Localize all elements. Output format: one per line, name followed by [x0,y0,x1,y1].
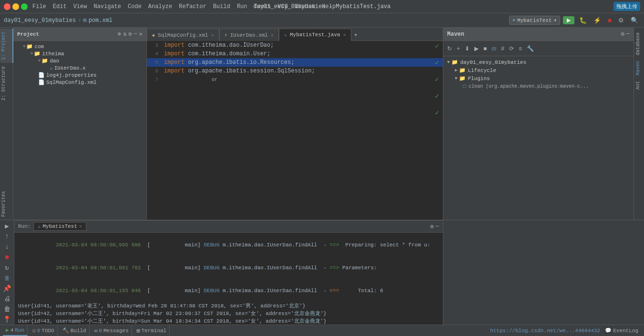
minimize-window-icon[interactable] [12,3,19,10]
messages-label: Messages [103,328,129,334]
run-stop-btn[interactable]: ■ [1,252,13,262]
menu-edit[interactable]: Edit [53,3,67,10]
java-file-icon: ☕ [50,65,53,71]
run-minimize-icon[interactable]: — [436,223,439,230]
tree-item-dao[interactable]: ▼ 📁 dao [13,57,146,64]
window-title: day01_eesy_01mybaties - MybatisTest.java [253,3,390,10]
maven-item-lifecycle[interactable]: ► 📁 Lifecycle [443,66,634,74]
tree-item-itheima[interactable]: ▼ 📁 itheima [13,50,146,57]
menu-code[interactable]: Code [128,3,142,10]
prop-file-icon: 📄 [38,72,45,78]
breadcrumb-project[interactable]: day01_eesy_01mybaties [4,17,76,24]
sidebar-tab-database[interactable]: database [634,30,644,58]
maven-hash-btn[interactable]: # [499,44,506,53]
maven-list-btn[interactable]: ≡ [517,44,524,53]
tab-close-mybatistest[interactable]: ✕ [343,32,346,38]
tab-sqlmapconfig[interactable]: ◈ SqlMapConfig.xml ✕ [147,29,219,41]
bottom-build-btn[interactable]: 🔨 Build [60,325,90,336]
upload-label[interactable]: 拖拽上传 [613,2,640,11]
title-bar: File Edit View Navigate Code Analyze Ref… [0,0,644,13]
menu-run[interactable]: Run [237,3,247,10]
run-down-btn[interactable]: ↓ [1,242,13,252]
settings-button[interactable]: ⚙ [616,16,626,25]
project-panel-close-icon[interactable]: ✕ [139,31,143,38]
sidebar-tab-favorites[interactable]: Favorites [0,188,13,220]
project-panel-minimize-icon[interactable]: — [134,31,137,38]
maven-m-btn[interactable]: m [490,44,498,53]
tab-mybatistest[interactable]: ☕ MybatisTest.java ✕ [279,29,351,41]
editor-right-marks: ✓ ✓ ✓ ✓ ✓ [435,41,439,117]
maven-item-root[interactable]: ▼ 📁 day01_eesy_01mybaties [443,58,634,66]
tree-item-com[interactable]: ▼ 📁 com [13,43,146,50]
debug-button[interactable]: 🐛 [577,16,589,25]
tab-close-sqlmapconfig[interactable]: ✕ [211,32,214,38]
maven-item-clean-plugin[interactable]: ⬡ clean (org.apache.maven.plugins:maven-… [443,82,634,90]
maven-wrench-btn[interactable]: 🔧 [525,44,536,53]
run-up-btn[interactable]: ↑ [1,232,13,242]
run-label-bottom: Run [15,327,24,333]
tab-iuserdao-xml[interactable]: ⚡ IUserDao.xml ✕ [219,29,279,41]
run-tab-mybatistest[interactable]: ☕ MybatisTest ✕ [33,222,86,231]
maven-close-icon[interactable]: — [626,31,630,38]
bottom-run-btn[interactable]: ▶ 4 Run [3,325,28,336]
bottom-terminal-btn[interactable]: ▤ Terminal [134,325,170,336]
project-panel-sort-icon[interactable]: ⇅ [123,31,126,38]
sidebar-tab-project[interactable]: 1: Project [0,29,13,63]
run-play-btn[interactable]: ▶ [1,221,13,231]
breadcrumb-file[interactable]: pom.xml [89,17,112,24]
menu-analyze[interactable]: Analyze [148,3,172,10]
run-trash-btn[interactable]: 🗑 [1,304,13,314]
maven-add-btn[interactable]: + [455,44,462,53]
coverage-button[interactable]: ⚡ [592,16,603,25]
sidebar-tab-ant[interactable]: Ant [634,78,644,92]
stop-button[interactable]: ■ [606,16,613,25]
project-panel-settings-icon[interactable]: ⚙ [128,31,132,38]
maven-settings-icon[interactable]: ⚙ [621,31,624,38]
run-settings-icon[interactable]: ⚙ [430,223,434,230]
menu-file[interactable]: File [32,3,46,10]
sidebar-tab-maven[interactable]: Maven [634,58,644,78]
maven-run-btn[interactable]: ▶ [472,44,480,53]
run-format-btn[interactable]: ≣ [1,273,13,283]
console-output[interactable]: 2021-03-04 08:50:00,995 686 [ main] DEBU… [14,233,443,325]
maven-stop-btn[interactable]: ■ [481,44,489,53]
maven-refresh-btn[interactable]: ↻ [445,44,454,53]
code-line-6: 6 import org.apache.ibatis.session.SqlSe… [147,67,443,75]
bottom-messages-btn[interactable]: ✉ 0 Messages [92,325,132,336]
maven-download-btn[interactable]: ⬇ [463,44,471,53]
tab-close-iuserdao[interactable]: ✕ [271,32,274,38]
search-button[interactable]: 🔍 [629,16,640,25]
tab-more-button[interactable]: ▾ [351,29,360,41]
tree-item-sqlmapconfig[interactable]: 📄 SqlMapConfig.xml [13,79,146,86]
bottom-todo-btn[interactable]: ☑ 6 TODO [30,325,58,336]
run-tab-close[interactable]: ✕ [79,224,82,229]
code-line-4: 4 import com.itheima.domain.User; [147,50,443,58]
menu-navigate[interactable]: Navigate [93,3,121,10]
close-window-icon[interactable] [4,3,10,10]
event-log[interactable]: 💬 EventLog [602,327,641,334]
run-button[interactable]: ▶ [563,16,574,24]
run-config-dropdown[interactable]: ● MybatisTest ▾ [509,16,560,25]
title-right-area: 拖拽上传 [613,2,640,11]
maven-cycle-btn[interactable]: ⟳ [507,44,516,53]
menu-build[interactable]: Build [213,3,230,10]
sidebar-tab-structure[interactable]: 2: Structure [0,63,13,103]
run-print-btn[interactable]: 🖨 [1,294,13,304]
maven-lifecycle-label: Lifecycle [468,68,496,73]
project-panel-add-icon[interactable]: ⊕ [118,31,121,38]
maven-item-plugins[interactable]: ▼ 📁 Plugins [443,74,634,82]
menu-refactor[interactable]: Refactor [179,3,206,10]
breadcrumb-sep1: › [78,17,81,24]
run-pin-btn[interactable]: 📌 [1,284,13,294]
status-url[interactable]: https://blog.csdn.net/we...44664432 [490,328,600,334]
run-config-icon: ● [512,18,515,23]
tree-item-log4j[interactable]: 📄 log4j.properties [13,71,146,79]
tree-item-iuserdao[interactable]: ☕ IUserDao.x [13,64,146,71]
build-label: Build [71,328,86,334]
run-num-icon: ▶ [6,327,9,333]
run-pin2-btn[interactable]: 📍 [1,315,13,325]
maximize-window-icon[interactable] [21,3,28,10]
code-editor[interactable]: 3 import com.itheima.dao.IUserDao; 4 imp… [147,41,443,220]
menu-view[interactable]: View [73,3,87,10]
run-rerun-btn[interactable]: ↻ [1,263,13,273]
